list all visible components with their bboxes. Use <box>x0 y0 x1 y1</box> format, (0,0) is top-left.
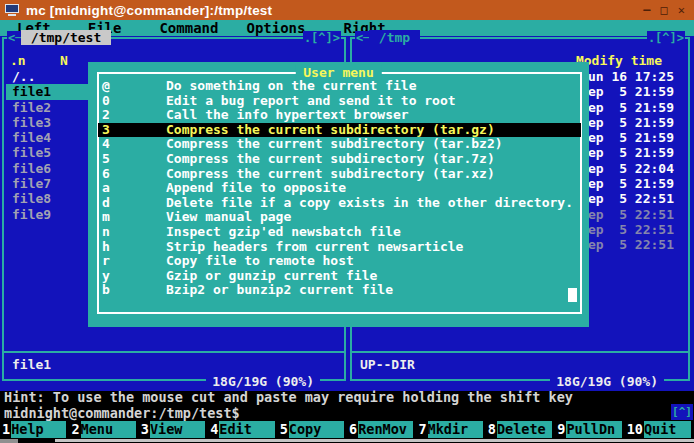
user-menu-item[interactable]: y Gzip or gunzip current file <box>98 269 581 284</box>
window-title: mc [midnight@commander]:/tmp/test <box>26 3 272 18</box>
maximize-icon[interactable]: □ <box>661 3 668 17</box>
hotkey-label: 0 <box>102 94 166 109</box>
left-size-info: 18G/19G (90%) <box>206 374 320 389</box>
menu-item-label: Edit a bug report and send it to root <box>166 94 581 109</box>
hotkey-label: 4 <box>102 137 166 152</box>
hotkey-label: y <box>102 269 166 284</box>
menu-item[interactable]: Command <box>159 20 218 36</box>
menu-item-label: Do something on the current file <box>166 79 581 94</box>
fkey-label: Copy <box>289 421 344 438</box>
function-key-button[interactable]: 4 Edit <box>208 421 277 438</box>
user-menu-item[interactable]: 0 Edit a bug report and send it to root <box>98 94 581 109</box>
hotkey-label: 5 <box>102 152 166 167</box>
menu-item[interactable]: Options <box>246 20 305 36</box>
function-key-button[interactable]: 7 Mkdir <box>416 421 485 438</box>
fkey-number: 8 <box>486 421 497 438</box>
right-size-info: 18G/19G (90%) <box>550 374 664 389</box>
user-menu-item[interactable]: r Copy file to remote host <box>98 254 581 269</box>
function-key-button[interactable]: 1 Help <box>0 421 69 438</box>
text-cursor <box>568 288 577 302</box>
menu-item-label: Strip headers from current newsarticle <box>166 240 581 255</box>
user-menu-item[interactable]: 6 Compress the current subdirectory (tar… <box>98 167 581 182</box>
close-icon[interactable]: ✕ <box>678 3 685 17</box>
fkey-label: Mkdir <box>428 421 483 438</box>
user-menu-item[interactable]: 4 Compress the current subdirectory (tar… <box>98 137 581 152</box>
menu-item-label: Compress the current subdirectory (tar.g… <box>166 123 581 138</box>
left-panel-path[interactable]: /tmp/test <box>21 30 111 45</box>
hotkey-label: 3 <box>102 123 166 138</box>
hotkey-label: 2 <box>102 108 166 123</box>
function-key-bar: 1 Help 2 Menu 3 View 4 Edit 5 Copy <box>0 421 694 438</box>
hotkey-label: 6 <box>102 167 166 182</box>
menu-item-label: Compress the current subdirectory (tar.7… <box>166 152 581 167</box>
user-menu-item[interactable]: d Delete file if a copy exists in the ot… <box>98 196 581 211</box>
mc-window: mc [midnight@commander]:/tmp/test – □ ✕ … <box>0 0 694 443</box>
menu-item-label: Call the info hypertext browser <box>166 108 581 123</box>
menu-item-label: Gzip or gunzip current file <box>166 269 581 284</box>
user-menu-item[interactable]: @ Do something on the current file <box>98 79 581 94</box>
bottom-scrollbar[interactable] <box>0 438 694 443</box>
user-menu-item[interactable]: h Strip headers from current newsarticle <box>98 240 581 255</box>
user-menu-item[interactable]: n Inspect gzip'ed newsbatch file <box>98 225 581 240</box>
fkey-label: Menu <box>81 421 136 438</box>
user-menu-item[interactable]: a Append file to opposite <box>98 181 581 196</box>
menu-item-label: View manual page <box>166 210 581 225</box>
menu-item-label: Bzip2 or bunzip2 current file <box>166 283 581 298</box>
fkey-number: 2 <box>69 421 80 438</box>
right-panel-path[interactable]: /tmp <box>369 30 420 45</box>
hotkey-label: b <box>102 283 166 298</box>
panel-header-marks-icon[interactable]: .[^]> <box>647 31 685 45</box>
scrollbar-track[interactable] <box>55 439 694 442</box>
fkey-number: 5 <box>278 421 289 438</box>
fkey-number: 6 <box>347 421 358 438</box>
user-menu-item[interactable]: 5 Compress the current subdirectory (tar… <box>98 152 581 167</box>
user-menu-item[interactable]: 3 Compress the current subdirectory (tar… <box>98 123 581 138</box>
function-key-button[interactable]: 8 Delete <box>486 421 555 438</box>
menu-item-label: Copy file to remote host <box>166 254 581 269</box>
scrollbar-thumb[interactable] <box>0 439 18 443</box>
hotkey-label: d <box>102 196 166 211</box>
fkey-number: 3 <box>139 421 150 438</box>
user-menu-dialog: User menu @ Do something on the current … <box>88 62 589 327</box>
window-titlebar[interactable]: mc [midnight@commander]:/tmp/test – □ ✕ <box>0 0 694 20</box>
mini-status-separator <box>4 351 344 353</box>
function-key-button[interactable]: 9 PullDn <box>555 421 624 438</box>
function-key-button[interactable]: 2 Menu <box>69 421 138 438</box>
user-menu-item[interactable]: 2 Call the info hypertext browser <box>98 108 581 123</box>
sort-order-label[interactable]: .n <box>10 53 26 68</box>
function-key-button[interactable]: 10 Quit <box>625 421 694 438</box>
fkey-label: PullDn <box>566 421 621 438</box>
function-key-button[interactable]: 5 Copy <box>278 421 347 438</box>
fkey-number: 7 <box>416 421 427 438</box>
terminal-icon <box>5 4 19 16</box>
menu-item-label: Compress the current subdirectory (tar.x… <box>166 167 581 182</box>
mini-status-separator <box>352 351 688 353</box>
fkey-number: 10 <box>625 421 644 438</box>
fkey-label: View <box>150 421 205 438</box>
hotkey-label: a <box>102 181 166 196</box>
hotkey-label: h <box>102 240 166 255</box>
hotkey-label: m <box>102 210 166 225</box>
menu-item-label: Append file to opposite <box>166 181 581 196</box>
menu-item-label: Compress the current subdirectory (tar.b… <box>166 137 581 152</box>
hotkey-label: @ <box>102 79 166 94</box>
user-menu-items: @ Do something on the current file 0 Edi… <box>98 79 581 298</box>
function-key-button[interactable]: 3 View <box>139 421 208 438</box>
fkey-number: 1 <box>0 421 11 438</box>
fkey-number: 4 <box>208 421 219 438</box>
right-mini-status: UP--DIR <box>360 357 415 372</box>
fkey-label: Edit <box>219 421 274 438</box>
hotkey-label: r <box>102 254 166 269</box>
history-scroll-icon[interactable]: [^] <box>671 404 693 420</box>
fkey-label: RenMov <box>358 421 413 438</box>
user-menu-item[interactable]: m View manual page <box>98 210 581 225</box>
command-line[interactable]: midnight@commander:/tmp/test$ <box>4 405 240 421</box>
minimize-icon[interactable]: – <box>643 3 650 17</box>
name-column-header[interactable]: N <box>60 53 68 68</box>
user-menu-item[interactable]: b Bzip2 or bunzip2 current file <box>98 283 581 298</box>
panel-header-marks-icon[interactable]: .[^]> <box>303 31 341 45</box>
menu-item-label: Delete file if a copy exists in the othe… <box>166 196 581 211</box>
left-mini-status: file1 <box>12 357 51 372</box>
fkey-label: Delete <box>497 421 552 438</box>
function-key-button[interactable]: 6 RenMov <box>347 421 416 438</box>
